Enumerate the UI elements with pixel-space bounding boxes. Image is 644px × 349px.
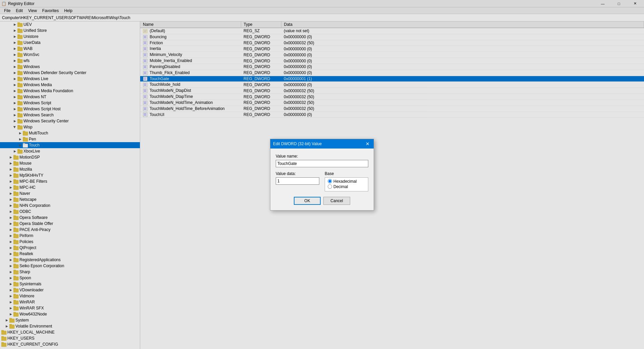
- base-label: Base: [325, 171, 368, 176]
- ok-button[interactable]: OK: [294, 197, 321, 205]
- dialog-body: Value name: Value data: Base Hexadecimal: [270, 149, 374, 210]
- value-data-input[interactable]: [276, 177, 319, 185]
- dialog-title: Edit DWORD (32-bit) Value: [273, 141, 322, 146]
- hex-radio[interactable]: [328, 179, 332, 183]
- edit-dword-dialog: Edit DWORD (32-bit) Value ✕ Value name: …: [270, 139, 374, 211]
- dialog-buttons: OK Cancel: [276, 197, 368, 205]
- dialog-row: Value data: Base Hexadecimal Decimal: [276, 171, 368, 191]
- dialog-overlay: Edit DWORD (32-bit) Value ✕ Value name: …: [0, 0, 644, 349]
- base-section: Base Hexadecimal Decimal: [325, 171, 368, 191]
- radio-group: Hexadecimal Decimal: [325, 177, 368, 191]
- dialog-close-button[interactable]: ✕: [364, 140, 371, 147]
- dec-radio[interactable]: [328, 184, 332, 189]
- hex-radio-label: Hexadecimal: [333, 179, 357, 184]
- radio-hex-item: Hexadecimal: [328, 179, 365, 184]
- value-data-label: Value data:: [276, 171, 319, 176]
- value-name-input[interactable]: [276, 160, 368, 167]
- value-name-label: Value name:: [276, 154, 368, 159]
- radio-dec-item: Decimal: [328, 184, 365, 189]
- dialog-title-bar: Edit DWORD (32-bit) Value ✕: [270, 139, 374, 149]
- cancel-button[interactable]: Cancel: [323, 197, 350, 205]
- dec-radio-label: Decimal: [333, 184, 348, 189]
- value-data-section: Value data:: [276, 171, 319, 191]
